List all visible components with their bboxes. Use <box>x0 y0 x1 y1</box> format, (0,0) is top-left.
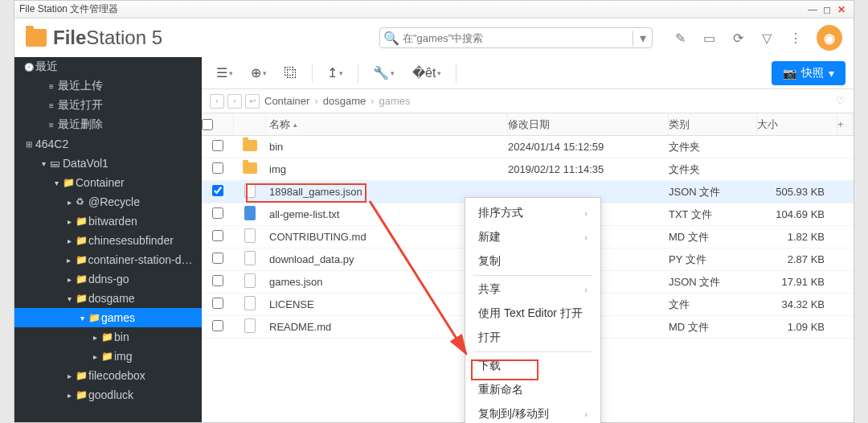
select-all-checkbox[interactable] <box>202 119 213 130</box>
more-icon[interactable]: ⋮ <box>788 30 804 46</box>
file-row[interactable]: img2019/02/12 11:14:35文件夹 <box>202 158 854 181</box>
file-type: TXT 文件 <box>669 207 757 222</box>
search-input[interactable] <box>403 32 633 44</box>
sidebar-item[interactable]: ≡最近上传 <box>14 76 202 96</box>
col-type[interactable]: 类别 <box>669 113 757 135</box>
sidebar-folder[interactable]: ▸📁img <box>14 347 202 366</box>
maximize-button[interactable]: ◻ <box>820 4 834 15</box>
file-name: img <box>266 163 508 175</box>
menu-item[interactable]: 复制到/移动到› <box>465 402 600 423</box>
row-checkbox[interactable] <box>212 230 223 241</box>
row-checkbox[interactable] <box>212 275 223 286</box>
user-avatar[interactable]: ◉ <box>817 25 842 51</box>
sidebar-volume[interactable]: ⊞464C2 <box>14 134 202 154</box>
sidebar-folder[interactable]: ▸📁ddns-go <box>14 269 202 289</box>
sidebar-recent[interactable]: 🕘最近 <box>14 57 202 76</box>
chevron-right-icon: › <box>314 95 317 107</box>
col-size[interactable]: 大小 <box>757 113 837 135</box>
add-column-button[interactable]: + <box>837 113 854 135</box>
col-date[interactable]: 修改日期 <box>508 113 669 135</box>
upload-button[interactable]: ↥▾ <box>321 62 350 84</box>
sidebar-folder-selected[interactable]: ▾📁games <box>14 308 202 327</box>
close-button[interactable]: ✕ <box>834 4 849 15</box>
favorite-icon[interactable]: ♡ <box>836 95 845 107</box>
menu-item[interactable]: 复制 <box>465 249 600 273</box>
file-size: 2.87 KB <box>757 253 837 265</box>
app-logo: FileStation 5 <box>26 27 162 49</box>
file-date: 2024/01/14 15:12:59 <box>508 141 669 153</box>
file-size: 1.09 KB <box>757 321 837 333</box>
sidebar-item[interactable]: ≡最近删除 <box>14 115 202 134</box>
row-checkbox[interactable] <box>212 207 223 219</box>
file-type: MD 文件 <box>669 320 757 335</box>
nav-back-button[interactable]: ‹ <box>210 94 224 109</box>
menu-item[interactable]: 下载 <box>465 354 600 378</box>
file-type: PY 文件 <box>669 253 757 267</box>
sidebar-folder[interactable]: ▸📁goodluck <box>14 385 202 405</box>
tools-button[interactable]: 🔧▾ <box>366 62 401 84</box>
file-type: 文件 <box>669 298 757 312</box>
file-icon <box>244 206 256 220</box>
new-button[interactable]: ⊕▾ <box>244 62 273 84</box>
file-size: 1.82 KB <box>757 231 837 243</box>
refresh-icon[interactable]: ⟳ <box>730 30 746 46</box>
file-icon <box>244 318 256 333</box>
search-icon: 🔍 <box>380 31 403 46</box>
sidebar-folder[interactable]: ▸📁bin <box>14 327 202 347</box>
breadcrumb-item[interactable]: dosgame <box>323 95 366 107</box>
snapshot-button[interactable]: 📷 快照 ▾ <box>772 61 845 85</box>
sidebar-folder[interactable]: ▸📁container-station-data <box>14 250 202 269</box>
sidebar-folder[interactable]: ▸📁bitwarden <box>14 212 202 231</box>
menu-item[interactable]: 新建› <box>465 225 600 249</box>
sidebar-folder[interactable]: ▸📁filecodebox <box>14 366 202 385</box>
edit-icon[interactable]: ✎ <box>672 30 688 46</box>
menu-item[interactable]: 重新命名 <box>465 378 600 402</box>
cast-icon[interactable]: ▭ <box>701 30 717 46</box>
menu-item[interactable]: 打开 <box>465 326 600 350</box>
row-checkbox[interactable] <box>212 320 223 331</box>
row-checkbox[interactable] <box>212 253 223 264</box>
row-checkbox[interactable] <box>212 185 223 196</box>
search-box[interactable]: 🔍 ▾ <box>379 27 653 48</box>
menu-item[interactable]: 共享› <box>465 277 600 302</box>
folder-logo-icon <box>26 29 47 47</box>
chevron-right-icon: › <box>371 95 374 107</box>
row-checkbox[interactable] <box>212 140 223 151</box>
file-icon <box>244 273 256 288</box>
file-list-header: 名称▴ 修改日期 类别 大小 + <box>202 113 854 136</box>
view-mode-button[interactable]: ☰▾ <box>210 62 240 84</box>
row-checkbox[interactable] <box>212 162 223 174</box>
search-dropdown[interactable]: ▾ <box>633 31 652 46</box>
sidebar-folder[interactable]: ▾📁dosgame <box>14 289 202 308</box>
file-size: 104.69 KB <box>757 208 837 220</box>
file-size: 505.93 KB <box>757 186 837 198</box>
header: FileStation 5 🔍 ▾ ✎ ▭ ⟳ ▽ ⋮ ◉ <box>14 18 854 57</box>
sidebar-folder[interactable]: ▾📁Container <box>14 173 202 192</box>
file-type: 文件夹 <box>669 162 757 177</box>
file-name: bin <box>266 141 508 153</box>
sidebar: 🕘最近 ≡最近上传 ≡最近打开 ≡最近删除 ⊞464C2 ▾🖴DataVol1 … <box>14 57 202 422</box>
row-checkbox[interactable] <box>212 298 223 309</box>
nav-up-button[interactable]: ↩ <box>245 94 260 109</box>
file-type: 文件夹 <box>669 140 757 154</box>
file-icon <box>244 228 256 243</box>
col-name[interactable]: 名称▴ <box>266 113 508 135</box>
menu-item[interactable]: 排序方式› <box>465 201 600 225</box>
file-name: 1898all_games.json <box>266 186 508 198</box>
toolbar: ☰▾ ⊕▾ ⿻ ↥▾ 🔧▾ �êt▾ 📷 快照 ▾ <box>202 57 854 89</box>
filter-icon[interactable]: ▽ <box>759 30 775 46</box>
sidebar-folder[interactable]: ▸📁chinesesubfinder <box>14 231 202 250</box>
sort-asc-icon: ▴ <box>293 121 297 129</box>
nav-forward-button[interactable]: › <box>227 94 242 109</box>
file-size: 34.32 KB <box>757 298 837 310</box>
sidebar-volume[interactable]: ▾🖴DataVol1 <box>14 154 202 173</box>
copy-button[interactable]: ⿻ <box>278 63 304 84</box>
file-row[interactable]: bin2024/01/14 15:12:59文件夹 <box>202 136 854 158</box>
sidebar-item[interactable]: ≡最近打开 <box>14 96 202 115</box>
sidebar-folder[interactable]: ▸♻@Recycle <box>14 192 202 212</box>
camera-icon: 📷 <box>783 67 796 80</box>
menu-item[interactable]: 使用 Text Editor 打开 <box>465 302 600 326</box>
breadcrumb-item[interactable]: Container <box>264 95 309 107</box>
share-button[interactable]: �êt▾ <box>406 62 448 84</box>
minimize-button[interactable]: — <box>805 4 820 15</box>
